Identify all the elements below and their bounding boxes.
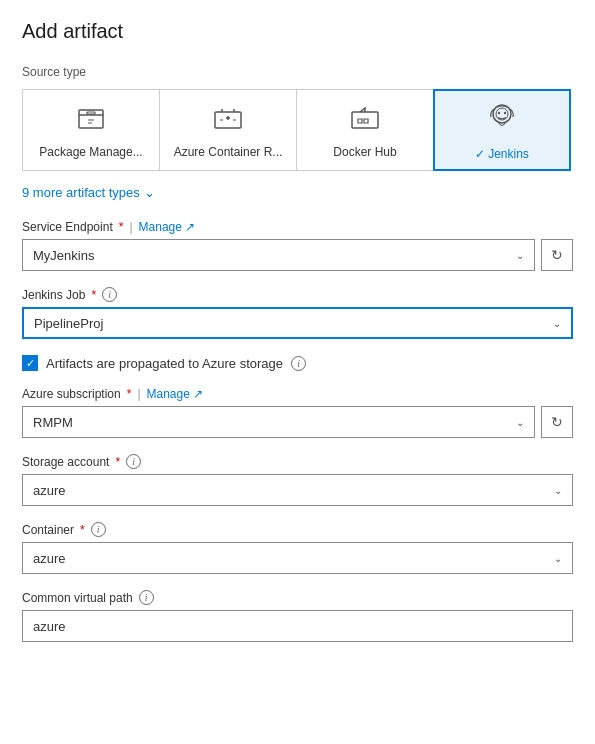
storage-account-label: Storage account: [22, 455, 109, 469]
chevron-down-icon: ⌄: [144, 185, 155, 200]
service-endpoint-manage-link[interactable]: Manage ↗: [139, 220, 195, 234]
storage-account-required: *: [115, 455, 120, 469]
source-type-selector: Package Manage... Azure Container R... D…: [22, 89, 573, 171]
common-virtual-path-label-row: Common virtual path i: [22, 590, 573, 605]
azure-subscription-value: RMPM: [33, 415, 73, 430]
container-required: *: [80, 523, 85, 537]
external-link-icon-2: ↗: [193, 387, 203, 401]
jenkins-job-value: PipelineProj: [34, 316, 103, 331]
common-virtual-path-field: Common virtual path i: [22, 590, 573, 642]
container-label-row: Container * i: [22, 522, 573, 537]
container-input-row: azure ⌄: [22, 542, 573, 574]
svg-point-7: [504, 111, 506, 113]
container-value: azure: [33, 551, 66, 566]
dropdown-arrow-jenkins: ⌄: [553, 318, 561, 329]
source-type-jenkins[interactable]: ✓Jenkins: [433, 89, 571, 171]
jenkins-job-info-icon[interactable]: i: [102, 287, 117, 302]
container-field: Container * i azure ⌄: [22, 522, 573, 574]
service-endpoint-input-row: MyJenkins ⌄ ↻: [22, 239, 573, 271]
storage-account-input-row: azure ⌄: [22, 474, 573, 506]
storage-account-value: azure: [33, 483, 66, 498]
jenkins-job-required: *: [91, 288, 96, 302]
common-virtual-path-label: Common virtual path: [22, 591, 133, 605]
service-endpoint-field: Service Endpoint * | Manage ↗ MyJenkins …: [22, 220, 573, 271]
service-endpoint-label-row: Service Endpoint * | Manage ↗: [22, 220, 573, 234]
svg-rect-3: [352, 112, 378, 128]
azure-subscription-dropdown[interactable]: RMPM ⌄: [22, 406, 535, 438]
docker-hub-label: Docker Hub: [333, 145, 396, 159]
common-virtual-path-input-row: [22, 610, 573, 642]
storage-account-info-icon[interactable]: i: [126, 454, 141, 469]
azure-subscription-manage-link[interactable]: Manage ↗: [147, 387, 203, 401]
common-virtual-path-input[interactable]: [22, 610, 573, 642]
azure-subscription-label: Azure subscription: [22, 387, 121, 401]
jenkins-job-label: Jenkins Job: [22, 288, 85, 302]
jenkins-job-input-row: PipelineProj ⌄: [22, 307, 573, 339]
service-endpoint-value: MyJenkins: [33, 248, 94, 263]
container-label: Container: [22, 523, 74, 537]
jenkins-label: ✓Jenkins: [475, 147, 529, 161]
propagate-label: Artifacts are propagated to Azure storag…: [46, 356, 283, 371]
dropdown-arrow-azure: ⌄: [516, 417, 524, 428]
common-virtual-path-info-icon[interactable]: i: [139, 590, 154, 605]
storage-account-label-row: Storage account * i: [22, 454, 573, 469]
source-type-docker-hub[interactable]: Docker Hub: [296, 89, 434, 171]
page-title: Add artifact: [22, 20, 573, 43]
package-management-icon: [75, 102, 107, 139]
dropdown-arrow-container: ⌄: [554, 553, 562, 564]
service-endpoint-label: Service Endpoint: [22, 220, 113, 234]
storage-account-field: Storage account * i azure ⌄: [22, 454, 573, 506]
propagate-checkbox-row: ✓ Artifacts are propagated to Azure stor…: [22, 355, 573, 371]
svg-rect-1: [87, 112, 95, 114]
more-artifact-types-link[interactable]: 9 more artifact types ⌄: [22, 185, 573, 200]
azure-subscription-refresh-button[interactable]: ↻: [541, 406, 573, 438]
jenkins-job-label-row: Jenkins Job * i: [22, 287, 573, 302]
refresh-icon-2: ↻: [551, 414, 563, 430]
propagate-info-icon[interactable]: i: [291, 356, 306, 371]
azure-subscription-field: Azure subscription * | Manage ↗ RMPM ⌄ ↻: [22, 387, 573, 438]
separator-1: |: [129, 220, 132, 234]
jenkins-job-field: Jenkins Job * i PipelineProj ⌄: [22, 287, 573, 339]
external-link-icon: ↗: [185, 220, 195, 234]
storage-account-dropdown[interactable]: azure ⌄: [22, 474, 573, 506]
checkbox-check-icon: ✓: [26, 357, 35, 370]
service-endpoint-required: *: [119, 220, 124, 234]
azure-subscription-required: *: [127, 387, 132, 401]
propagate-checkbox[interactable]: ✓: [22, 355, 38, 371]
container-info-icon[interactable]: i: [91, 522, 106, 537]
acr-icon: [212, 102, 244, 139]
package-management-label: Package Manage...: [39, 145, 142, 159]
source-type-label: Source type: [22, 65, 573, 79]
source-type-package-management[interactable]: Package Manage...: [22, 89, 160, 171]
separator-2: |: [137, 387, 140, 401]
container-dropdown[interactable]: azure ⌄: [22, 542, 573, 574]
docker-hub-icon: [349, 102, 381, 139]
azure-subscription-input-row: RMPM ⌄ ↻: [22, 406, 573, 438]
service-endpoint-dropdown[interactable]: MyJenkins ⌄: [22, 239, 535, 271]
source-type-azure-container-registry[interactable]: Azure Container R...: [159, 89, 297, 171]
more-artifact-types-text: 9 more artifact types: [22, 185, 140, 200]
refresh-icon: ↻: [551, 247, 563, 263]
azure-subscription-label-row: Azure subscription * | Manage ↗: [22, 387, 573, 401]
acr-label: Azure Container R...: [174, 145, 283, 159]
svg-rect-0: [79, 110, 103, 128]
dropdown-arrow-storage: ⌄: [554, 485, 562, 496]
dropdown-arrow-service: ⌄: [516, 250, 524, 261]
jenkins-icon: [484, 100, 520, 141]
svg-point-6: [498, 111, 500, 113]
jenkins-job-dropdown[interactable]: PipelineProj ⌄: [22, 307, 573, 339]
jenkins-check-icon: ✓: [475, 147, 485, 161]
service-endpoint-refresh-button[interactable]: ↻: [541, 239, 573, 271]
